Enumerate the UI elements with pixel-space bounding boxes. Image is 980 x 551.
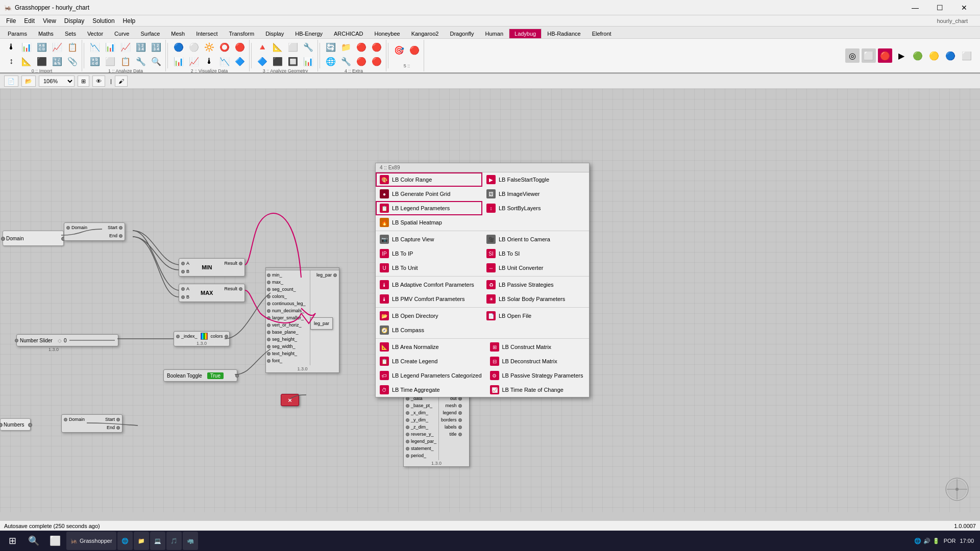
minimize-button[interactable]: — [903,0,927,15]
tb-extra-2[interactable]: 📁 [339,40,353,54]
dropdown-imageviewer[interactable]: 🖼 LB ImageViewer [482,187,589,201]
tb-geo-3[interactable]: ⬜ [286,40,300,54]
brush-button[interactable]: 🖌 [115,76,128,87]
menu-edit[interactable]: Edit [20,16,39,26]
dropdown-legend-categorized[interactable]: 🏷 LB Legend Parameters Categorized [376,368,486,383]
tab-archicad[interactable]: ARCHICAD [328,29,369,38]
dropdown-pmv-comfort[interactable]: 🌡 LB PMV Comfort Parameters [376,292,482,306]
tb-vis-6[interactable]: 📊 [172,54,186,68]
tb-import-3[interactable]: 🔠 [35,40,49,54]
domain-node-1[interactable]: Domain [3,231,64,246]
tb-analyze-8[interactable]: 📋 [118,54,133,68]
tb-analyze-2[interactable]: 📊 [103,40,117,54]
dropdown-time-rate-change[interactable]: 📈 LB Time Rate of Change [486,383,590,397]
tb-extra-1[interactable]: 🔄 [324,40,338,54]
tab-honeybee[interactable]: Honeybee [369,29,405,38]
tb-analyze-10[interactable]: 🔍 [149,54,163,68]
domain-node-3[interactable]: Numbers [0,418,31,431]
view-btn-4[interactable]: ▶ [894,48,909,63]
taskbar-vscode[interactable]: 💻 [150,532,165,550]
tb-vis-2[interactable]: ⚪ [187,40,201,54]
new-file-button[interactable]: 📄 [4,76,18,87]
taskbar-grasshopper[interactable]: 🦗 Grasshopper [66,532,116,550]
tab-hb-energy[interactable]: HB-Energy [289,29,328,38]
dropdown-to-si[interactable]: SI LB To SI [482,246,589,261]
dropdown-passive-strategy-params[interactable]: ⚙ LB Passive Strategy Parameters [486,368,590,383]
tb-geo-7[interactable]: 🔲 [286,54,300,68]
taskbar-rhino[interactable]: 🦏 [183,532,198,550]
tb-analyze-4[interactable]: 🔢 [134,40,148,54]
tb-vis-4[interactable]: ⭕ [217,40,232,54]
eye-button[interactable]: 👁 [92,76,105,87]
tab-transform[interactable]: Transform [223,29,260,38]
taskbar-edge[interactable]: 🌐 [117,532,133,550]
dropdown-solar-body[interactable]: ☀ LB Solar Body Parameters [482,292,589,306]
dropdown-false-start[interactable]: ▶ LB FalseStartToggle [482,172,589,187]
tb-geo-8[interactable]: 📊 [301,54,315,68]
volume-icon[interactable]: 🔊 [923,538,930,544]
dropdown-create-legend[interactable]: 📋 LB Create Legend [376,354,486,368]
tab-mesh[interactable]: Mesh [165,29,190,38]
tab-human[interactable]: Human [480,29,509,38]
taskbar-spotify[interactable]: 🎵 [166,532,182,550]
dropdown-construct-matrix[interactable]: ⊞ LB Construct Matrix [486,340,590,354]
tb-analyze-1[interactable]: 📉 [88,40,102,54]
tb-import-8[interactable]: ⬛ [35,54,49,68]
dropdown-open-directory[interactable]: 📂 LB Open Directory [376,309,482,323]
heatmap-component[interactable]: Spatial Heatmap _data _base_pt_ _x_dim_ … [403,386,470,467]
tb-analyze-9[interactable]: 🔧 [134,54,148,68]
dropdown-to-unit[interactable]: U LB To Unit [376,261,482,275]
tb-extra-7[interactable]: 🔴 [354,54,369,68]
menu-solution[interactable]: Solution [88,16,118,26]
dropdown-capture-view[interactable]: 📷 LB Capture View [376,232,482,246]
dropdown-legend-params[interactable]: 📋 LB Legend Parameters [376,201,482,215]
tab-intersect[interactable]: Intersect [190,29,223,38]
dropdown-generate-point[interactable]: ● LB Generate Point Grid [376,187,482,201]
tb-extra-3[interactable]: 🔴 [354,40,369,54]
tb-import-2[interactable]: 📊 [19,40,34,54]
tb-vis-1[interactable]: 🔵 [172,40,186,54]
tb-geo-6[interactable]: ⬛ [271,54,285,68]
canvas-area[interactable]: Domain Domain Start End [0,89,980,512]
dropdown-adaptive-comfort[interactable]: 🌡 LB Adaptive Comfort Parameters [376,278,482,292]
domain-node-2[interactable]: Domain Start End [64,222,125,241]
dropdown-open-file[interactable]: 📄 LB Open File [482,309,589,323]
tb-geo-5[interactable]: 🔷 [255,54,270,68]
dropdown-passive-strategies[interactable]: ♻ LB Passive Strategies [482,278,589,292]
dropdown-deconstruct-matrix[interactable]: ⊟ LB Deconstruct Matrix [486,354,590,368]
tab-vector[interactable]: Vector [82,29,109,38]
tab-params[interactable]: Params [2,29,33,38]
tb-import-7[interactable]: 📐 [19,54,34,68]
tb-geo-2[interactable]: 📐 [271,40,285,54]
tb-extra-4[interactable]: 🔴 [370,40,384,54]
maximize-button[interactable]: ☐ [928,0,951,15]
zoom-selector[interactable]: 106% 100% 75% 50% 125% [39,76,75,87]
tb-analyze-6[interactable]: 🔡 [88,54,102,68]
tb-s5-2[interactable]: 🔴 [407,43,422,57]
taskbar-explorer[interactable]: 📁 [134,532,149,550]
fit-view-button[interactable]: ⊞ [78,76,89,87]
tb-extra-5[interactable]: 🌐 [324,54,338,68]
toggle-value[interactable]: True [207,372,224,379]
menu-file[interactable]: File [2,16,20,26]
dropdown-compass[interactable]: 🧭 LB Compass [376,323,482,337]
tb-vis-3[interactable]: 🔆 [202,40,216,54]
tab-hb-radiance[interactable]: HB-Radiance [542,29,586,38]
tb-analyze-7[interactable]: ⬜ [103,54,117,68]
tab-display[interactable]: Display [260,29,289,38]
view-btn-5[interactable]: 🟢 [911,48,925,63]
tb-vis-7[interactable]: 📈 [187,54,201,68]
index-colors-node[interactable]: _index_ colors 1.3.0 [174,331,230,346]
dropdown-menu[interactable]: 4 :: Ex89 🎨 LB Color Range ▶ LB FalseSta… [375,163,590,397]
tb-s5-1[interactable]: 🎯 [392,43,406,57]
tb-geo-1[interactable]: 🔺 [255,40,270,54]
min-node[interactable]: A B MIN Result [179,258,245,277]
tb-import-10[interactable]: 📎 [65,54,80,68]
dropdown-to-ip[interactable]: IP LB To IP [376,246,482,261]
open-file-button[interactable]: 📂 [21,76,36,87]
dropdown-sort-layers[interactable]: ↕ LB SortByLayers [482,201,589,215]
cross-node[interactable]: × [281,394,299,406]
number-slider-node[interactable]: Number Slider ◇ 0 [16,334,118,346]
tb-import-5[interactable]: 📋 [65,40,80,54]
tb-geo-4[interactable]: 🔧 [301,40,315,54]
